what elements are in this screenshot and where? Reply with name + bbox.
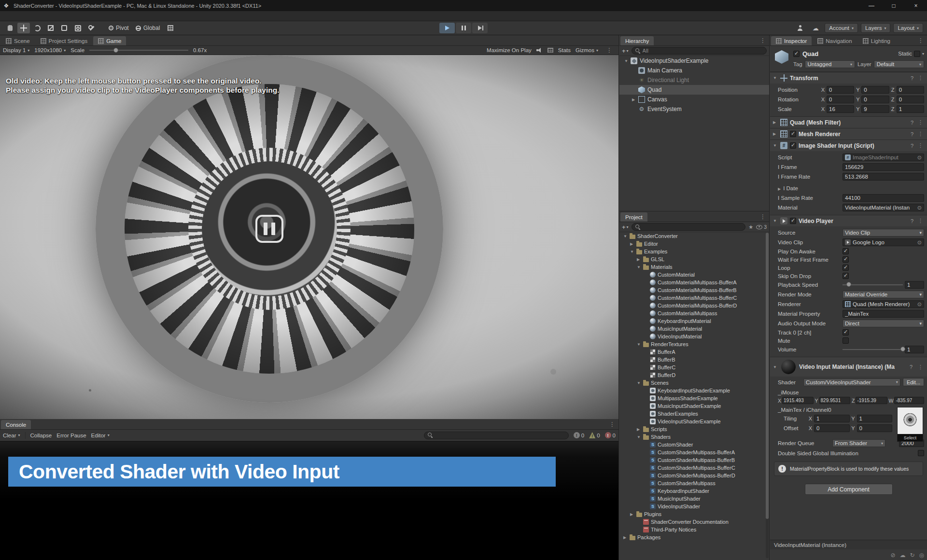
static-checkbox[interactable]: [914, 51, 920, 57]
tab-hierarchy[interactable]: Hierarchy: [620, 36, 654, 45]
console-clear-button[interactable]: Clear▾: [3, 433, 20, 438]
help-icon[interactable]: ?: [910, 75, 914, 81]
menu-item[interactable]: [64, 11, 71, 21]
property-field[interactable]: VideoInputMaterial (Instan ⊙: [843, 204, 924, 211]
property-field[interactable]: ImageShaderInput ⊙: [843, 154, 924, 161]
double-sided-gi-checkbox[interactable]: [918, 450, 924, 456]
hidden-packages-toggle[interactable]: 3: [756, 224, 767, 230]
project-item[interactable]: KeyboardInputShaderExample: [619, 387, 769, 394]
component-menu-icon[interactable]: ⋮: [917, 364, 924, 370]
scrollbar-thumb[interactable]: [766, 233, 769, 519]
rotate-tool-button[interactable]: [31, 23, 43, 33]
expand-arrow-icon[interactable]: [632, 98, 638, 102]
project-item[interactable]: CustomMaterial: [619, 271, 769, 279]
expand-arrow-icon[interactable]: [637, 257, 643, 262]
property-slider[interactable]: [843, 346, 903, 353]
property-checkbox[interactable]: [843, 329, 849, 336]
expand-arrow-icon[interactable]: [623, 535, 630, 540]
object-picker-icon[interactable]: ⊙: [917, 154, 922, 161]
transform-tool-button[interactable]: [71, 23, 84, 33]
menu-item[interactable]: [56, 11, 64, 21]
project-search-input[interactable]: [643, 224, 742, 230]
project-item[interactable]: ShaderConverter: [619, 232, 769, 240]
layer-dropdown[interactable]: Default▾: [874, 60, 924, 68]
y-field[interactable]: 1: [857, 415, 893, 422]
foldout-arrow-icon[interactable]: [773, 219, 778, 223]
project-menu-icon[interactable]: ⋮: [757, 213, 769, 220]
gameobject-name[interactable]: Quad: [802, 50, 895, 57]
mute-audio-icon[interactable]: [536, 47, 543, 53]
scale-tool-button[interactable]: [44, 23, 57, 33]
gizmos-dropdown[interactable]: Gizmos▾: [576, 47, 598, 53]
project-item[interactable]: ShaderConverter Documentation: [619, 518, 769, 526]
menu-item[interactable]: [10, 11, 17, 21]
project-item[interactable]: CustomShaderMultipass-BufferC: [619, 464, 769, 472]
property-field[interactable]: _MainTex ⊙: [843, 310, 924, 318]
project-item[interactable]: CustomMaterialMultipass-BufferD: [619, 302, 769, 309]
project-item[interactable]: MusicInputShader: [619, 495, 769, 503]
component-enabled-checkbox[interactable]: [790, 142, 796, 149]
transform-header[interactable]: Transform ? ⋮: [770, 72, 927, 84]
view-tab[interactable]: Project Settings: [36, 36, 93, 45]
component-menu-icon[interactable]: ⋮: [917, 142, 924, 149]
display-dropdown[interactable]: Display 1▾: [3, 47, 29, 53]
image-shader-input-header[interactable]: Image Shader Input (Script) ? ⋮: [770, 140, 927, 151]
panel-tab[interactable]: Inspector: [771, 36, 812, 45]
project-item[interactable]: Plugins: [619, 510, 769, 518]
cloud-status-icon[interactable]: ☁: [899, 552, 905, 559]
help-icon[interactable]: ?: [910, 218, 914, 224]
cloud-button[interactable]: ☁: [809, 23, 822, 33]
resolution-dropdown[interactable]: 1920x1080▾: [34, 47, 66, 53]
render-queue-dropdown[interactable]: From Shader▾: [832, 439, 885, 447]
mesh-renderer-header[interactable]: Mesh Renderer ? ⋮: [770, 128, 927, 140]
x-field[interactable]: 0: [814, 424, 850, 432]
expand-arrow-icon[interactable]: [630, 242, 636, 246]
custom-tool-button[interactable]: [85, 23, 98, 33]
tab-console[interactable]: Console: [1, 420, 31, 429]
panel-tab[interactable]: Navigation: [813, 36, 857, 45]
property-slider[interactable]: [843, 281, 903, 289]
property-field[interactable]: Quad (Mesh Renderer) ⊙: [843, 300, 924, 308]
expand-arrow-icon[interactable]: [637, 342, 643, 347]
project-item[interactable]: Third-Party Notices: [619, 526, 769, 533]
property-field[interactable]: 513.2668 ⊙: [843, 173, 924, 181]
console-info-badge[interactable]: !0: [574, 432, 584, 438]
collab-button[interactable]: [794, 23, 806, 33]
component-menu-icon[interactable]: ⋮: [917, 119, 924, 126]
vsync-icon[interactable]: [548, 48, 553, 53]
z-field[interactable]: 0: [897, 96, 924, 103]
view-tab[interactable]: Scene: [1, 36, 35, 45]
hierarchy-item[interactable]: Canvas: [619, 95, 769, 104]
y-field[interactable]: 0: [861, 86, 889, 94]
close-button[interactable]: ×: [905, 0, 927, 11]
property-checkbox[interactable]: [843, 256, 849, 263]
material-footer-bar[interactable]: VideoInputMaterial (Instance): [770, 540, 927, 549]
y-field[interactable]: 0: [857, 424, 893, 432]
project-item[interactable]: CustomShaderMultipass-BufferD: [619, 472, 769, 479]
imouse-field[interactable]: -1915.39: [856, 397, 887, 404]
add-component-button[interactable]: Add Component: [805, 484, 893, 495]
expand-arrow-icon[interactable]: [637, 381, 643, 385]
imouse-field[interactable]: 1915.493: [782, 397, 813, 404]
account-dropdown[interactable]: Account▾: [825, 23, 858, 33]
project-item[interactable]: RenderTextures: [619, 340, 769, 348]
active-checkbox[interactable]: [793, 51, 800, 57]
tab-project[interactable]: Project: [620, 212, 647, 222]
component-enabled-checkbox[interactable]: [790, 218, 796, 224]
help-icon[interactable]: ?: [910, 131, 914, 137]
project-item[interactable]: VideoInputShader: [619, 503, 769, 510]
foldout-arrow-icon[interactable]: [773, 76, 778, 80]
texture-select-button[interactable]: Select: [898, 434, 923, 441]
console-search-input[interactable]: [435, 433, 565, 438]
console-error-pause-button[interactable]: Error Pause: [56, 433, 86, 438]
component-menu-icon[interactable]: ⋮: [917, 75, 924, 81]
static-dropdown-icon[interactable]: ▾: [922, 52, 924, 56]
project-create-button[interactable]: +▾: [622, 224, 629, 230]
maximize-button[interactable]: □: [883, 0, 905, 11]
project-item[interactable]: MusicInputMaterial: [619, 325, 769, 333]
project-item[interactable]: MusicInputShaderExample: [619, 402, 769, 410]
project-item[interactable]: ShaderExamples: [619, 410, 769, 418]
inspector-menu-icon[interactable]: ⋮: [914, 37, 927, 44]
imouse-field[interactable]: 829.9531: [819, 397, 850, 404]
project-item[interactable]: CustomShaderMultipass-BufferB: [619, 456, 769, 464]
